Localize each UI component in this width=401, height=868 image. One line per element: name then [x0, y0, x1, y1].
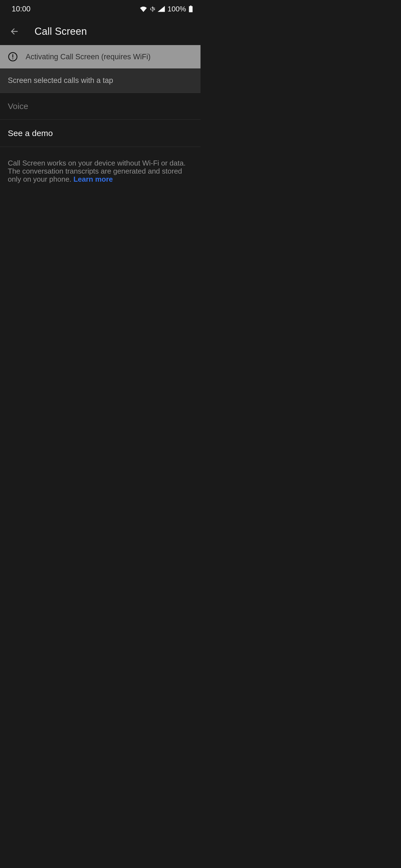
svg-rect-0 [189, 6, 193, 12]
voice-row: Voice [0, 93, 200, 120]
lte-updown-icon: LTE [150, 6, 155, 12]
see-a-demo-label: See a demo [8, 128, 53, 138]
banner-message: Activating Call Screen (requires WiFi) [26, 53, 151, 61]
section-subtitle: Screen selected calls with a tap [8, 76, 113, 85]
section-subtitle-strip: Screen selected calls with a tap [0, 68, 200, 93]
status-icons: LTE 100% [140, 5, 193, 13]
page-title: Call Screen [34, 26, 87, 37]
voice-label: Voice [8, 101, 28, 111]
battery-percent: 100% [168, 5, 186, 13]
alert-circle-icon [8, 52, 18, 62]
svg-rect-1 [190, 6, 191, 6]
back-button[interactable] [8, 25, 21, 38]
cell-signal-icon [157, 6, 165, 12]
footer-description: Call Screen works on your device without… [0, 147, 200, 183]
app-bar: Call Screen [0, 18, 200, 45]
wifi-icon [140, 6, 147, 12]
lte-label: LTE [150, 8, 155, 10]
see-a-demo-row[interactable]: See a demo [0, 120, 200, 147]
battery-icon [189, 6, 193, 12]
svg-rect-3 [12, 54, 13, 58]
status-time: 10:00 [12, 5, 31, 13]
status-bar: 10:00 LTE 100% [0, 0, 200, 18]
svg-rect-4 [12, 58, 13, 59]
activating-banner: Activating Call Screen (requires WiFi) [0, 45, 200, 68]
learn-more-link[interactable]: Learn more [74, 175, 113, 183]
